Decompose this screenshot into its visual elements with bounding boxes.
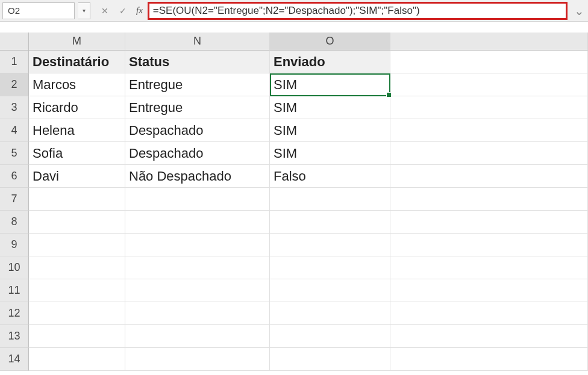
table-row: [29, 302, 588, 325]
cell-N2[interactable]: Entregue: [125, 73, 270, 96]
cell-O3[interactable]: SIM: [270, 96, 390, 119]
cell-empty[interactable]: [390, 119, 588, 142]
cell-empty[interactable]: [125, 188, 270, 211]
formula-buttons: ✕ ✓: [96, 3, 131, 19]
row-header-8[interactable]: 8: [0, 211, 29, 234]
chevron-down-icon: ▾: [83, 7, 86, 14]
cell-empty[interactable]: [270, 234, 390, 256]
row-header-2[interactable]: 2: [0, 73, 29, 96]
cell-M1[interactable]: Destinatário: [29, 51, 125, 73]
table-row: Sofia Despachado SIM: [29, 142, 588, 165]
col-header-M[interactable]: M: [29, 33, 125, 51]
cancel-formula-button[interactable]: ✕: [96, 3, 113, 19]
cell-empty[interactable]: [125, 234, 270, 256]
table-row: Davi Não Despachado Falso: [29, 165, 588, 188]
row-header-9[interactable]: 9: [0, 234, 29, 256]
confirm-formula-button[interactable]: ✓: [114, 3, 131, 19]
cell-empty[interactable]: [390, 73, 588, 96]
cancel-icon: ✕: [101, 6, 108, 16]
name-box-dropdown[interactable]: ▾: [78, 2, 90, 19]
row-header-12[interactable]: 12: [0, 302, 29, 325]
cell-M6[interactable]: Davi: [29, 165, 125, 188]
cell-M3[interactable]: Ricardo: [29, 96, 125, 119]
cell-empty[interactable]: [390, 142, 588, 165]
cell-empty[interactable]: [125, 348, 270, 371]
cell-empty[interactable]: [390, 234, 588, 256]
row-header-7[interactable]: 7: [0, 188, 29, 211]
cell-M4[interactable]: Helena: [29, 119, 125, 142]
cell-M2[interactable]: Marcos: [29, 73, 125, 96]
cell-empty[interactable]: [390, 165, 588, 188]
cell-empty[interactable]: [390, 188, 588, 211]
cell-O6[interactable]: Falso: [270, 165, 390, 188]
cell-empty[interactable]: [270, 325, 390, 348]
col-header-N[interactable]: N: [125, 33, 270, 51]
cell-N5[interactable]: Despachado: [125, 142, 270, 165]
row-header-1[interactable]: 1: [0, 51, 29, 73]
cell-empty[interactable]: [390, 279, 588, 302]
name-box[interactable]: O2: [2, 2, 75, 19]
cell-empty[interactable]: [125, 279, 270, 302]
row-header-3[interactable]: 3: [0, 96, 29, 119]
cell-empty[interactable]: [29, 348, 125, 371]
cell-empty[interactable]: [29, 234, 125, 256]
name-box-value: O2: [8, 5, 20, 16]
row-header-11[interactable]: 11: [0, 279, 29, 302]
cell-N6[interactable]: Não Despachado: [125, 165, 270, 188]
expand-formula-bar-button[interactable]: ⌄: [572, 3, 586, 19]
cell-empty[interactable]: [270, 348, 390, 371]
col-header-O[interactable]: O: [270, 33, 390, 51]
table-row: Helena Despachado SIM: [29, 119, 588, 142]
row-header-4[interactable]: 4: [0, 119, 29, 142]
spreadsheet-grid: 1 2 3 4 5 6 7 8 9 10 11 12 13 14 M N O D…: [0, 33, 588, 371]
row-headers: 1 2 3 4 5 6 7 8 9 10 11 12 13 14: [0, 33, 29, 371]
cell-empty[interactable]: [390, 211, 588, 234]
cell-empty[interactable]: [390, 348, 588, 371]
row-header-10[interactable]: 10: [0, 256, 29, 279]
table-row: [29, 279, 588, 302]
cell-empty[interactable]: [270, 256, 390, 279]
col-header-rest[interactable]: [390, 33, 588, 51]
row-header-13[interactable]: 13: [0, 325, 29, 348]
cell-empty[interactable]: [125, 325, 270, 348]
cell-O5[interactable]: SIM: [270, 142, 390, 165]
cell-empty[interactable]: [270, 188, 390, 211]
fx-label[interactable]: fx: [136, 5, 143, 16]
cell-empty[interactable]: [390, 96, 588, 119]
cell-O2[interactable]: SIM: [270, 73, 390, 96]
cell-empty[interactable]: [125, 256, 270, 279]
table-row: [29, 234, 588, 256]
cell-empty[interactable]: [125, 211, 270, 234]
cell-empty[interactable]: [390, 256, 588, 279]
table-row: Destinatário Status Enviado: [29, 51, 588, 73]
cell-empty[interactable]: [270, 211, 390, 234]
cell-empty[interactable]: [390, 325, 588, 348]
cell-O1[interactable]: Enviado: [270, 51, 390, 73]
table-row: Marcos Entregue SIM: [29, 73, 588, 96]
data-rows: Destinatário Status Enviado Marcos Entre…: [29, 51, 588, 371]
cell-empty[interactable]: [29, 325, 125, 348]
cell-empty[interactable]: [125, 302, 270, 325]
table-row: [29, 211, 588, 234]
row-header-6[interactable]: 6: [0, 165, 29, 188]
row-header-5[interactable]: 5: [0, 142, 29, 165]
row-header-14[interactable]: 14: [0, 348, 29, 371]
cell-empty[interactable]: [390, 302, 588, 325]
formula-input[interactable]: =SE(OU(N2="Entregue";N2="Despachado");"S…: [153, 5, 420, 17]
spacer: [0, 22, 588, 33]
cell-empty[interactable]: [29, 256, 125, 279]
cell-M5[interactable]: Sofia: [29, 142, 125, 165]
cell-empty[interactable]: [29, 211, 125, 234]
select-all-corner[interactable]: [0, 33, 29, 51]
cell-empty[interactable]: [270, 279, 390, 302]
cell-N1[interactable]: Status: [125, 51, 270, 73]
check-icon: ✓: [119, 6, 127, 16]
cell-empty[interactable]: [29, 302, 125, 325]
cell-empty[interactable]: [390, 51, 588, 73]
cell-empty[interactable]: [29, 188, 125, 211]
cell-N3[interactable]: Entregue: [125, 96, 270, 119]
cell-empty[interactable]: [29, 279, 125, 302]
cell-empty[interactable]: [270, 302, 390, 325]
cell-O4[interactable]: SIM: [270, 119, 390, 142]
cell-N4[interactable]: Despachado: [125, 119, 270, 142]
